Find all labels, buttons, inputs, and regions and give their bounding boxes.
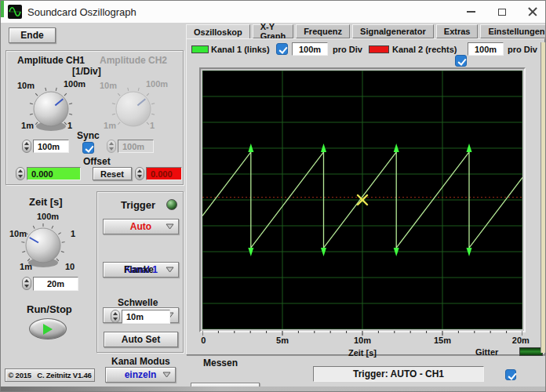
ch2-enable-checkbox[interactable] (455, 55, 467, 67)
ch2-amplitude-field[interactable]: 100m (118, 140, 154, 153)
trigger-title: Trigger (121, 199, 155, 211)
spin-up-icon (137, 169, 142, 172)
gitter-label: Gitter (475, 347, 498, 357)
spin-up-icon (109, 142, 114, 145)
tab-oszilloskop[interactable]: Oszilloskop (186, 24, 250, 39)
trigger-mode-value: Auto (130, 221, 151, 232)
spin-down-icon (24, 147, 29, 151)
knob-label-1: 1 (71, 229, 75, 238)
spin-down-icon (109, 147, 114, 151)
knob-label-10: 10 (65, 262, 75, 271)
screen-edge-artifact (1, 1, 4, 17)
threshold-field[interactable]: 10m (122, 310, 170, 324)
amplitude-ch2-title: Amplitude CH2 (100, 55, 167, 66)
ende-button[interactable]: Ende (9, 27, 56, 43)
ch1-per-div-label: pro Div (333, 45, 362, 54)
ch1-amplitude-field[interactable]: 100m (33, 140, 69, 153)
window-title: Soundcard Oszillograph (27, 6, 136, 18)
knob-label-1m: 1m (104, 121, 116, 130)
schwelle-label: Schwelle (118, 297, 158, 308)
ch2-per-div-label: pro Div (508, 45, 537, 54)
knob-label-1m: 1m (21, 121, 34, 130)
close-icon (528, 7, 537, 16)
sync-label: Sync (77, 130, 100, 141)
x-tick-0: 0 (201, 336, 206, 345)
sync-checkbox[interactable] (82, 142, 94, 154)
spin-up-icon (18, 169, 23, 172)
tab-xy-graph[interactable]: X-Y Graph (253, 24, 293, 38)
trigger-panel: Trigger Auto Kanal 1 Flanke steigend Sch… (96, 191, 184, 353)
x-tick-20m: 20m (512, 336, 530, 345)
ch1-offset-field[interactable]: 0.000 (27, 167, 81, 180)
scope-frame (199, 67, 526, 332)
ch1-offset-spinner[interactable] (16, 167, 25, 180)
time-knob[interactable]: 100m 10m 1 1m 10 (4, 206, 86, 277)
maximize-icon (498, 9, 506, 16)
time-field[interactable]: 20m (33, 277, 78, 291)
tab-einstellungen[interactable]: Einstellungen (480, 24, 546, 38)
ch1-amplitude-spinner[interactable] (22, 140, 31, 153)
spin-down-icon (24, 285, 29, 288)
run-stop-label: Run/Stop (27, 303, 72, 315)
scope-scrollbar[interactable] (541, 42, 545, 353)
ch2-legend-label: Kanal 2 (rechts) (392, 45, 457, 54)
tab-signalgenerator[interactable]: Signalgenerator (352, 24, 434, 38)
ch1-legend-label: Kanal 1 (links) (211, 45, 270, 54)
close-button[interactable] (519, 1, 546, 23)
ch2-offset-spinner[interactable] (135, 167, 144, 180)
scope-plot[interactable] (202, 71, 522, 329)
flanke-label: Flanke (124, 264, 154, 275)
knob-label-100m: 100m (64, 79, 86, 89)
maximize-button[interactable] (489, 1, 515, 23)
auto-set-button[interactable]: Auto Set (104, 332, 178, 347)
ch2-offset-field[interactable]: 0.000 (146, 167, 182, 180)
knob-label-10m: 10m (100, 81, 117, 90)
knob-label-10m: 10m (9, 229, 27, 238)
knob-label-100m: 100m (37, 212, 59, 221)
amplitude-panel: Amplitude CH1 Amplitude CH2 [1/Div] 10m … (5, 50, 184, 185)
ch2-color-swatch (369, 45, 389, 53)
ch1-enable-checkbox[interactable] (276, 43, 288, 55)
ch2-scale-field[interactable]: 100m (468, 42, 504, 56)
x-tick-15m: 15m (434, 336, 451, 345)
amplitude-ch1-knob[interactable]: 10m 100m 1m 1 (13, 73, 89, 139)
trigger-mode-dropdown[interactable]: Auto (103, 219, 179, 234)
kanal-modus-dropdown[interactable]: einzeln (105, 367, 176, 383)
minimize-button[interactable] (457, 1, 484, 23)
app-window: Soundcard Oszillograph Ende Amplitude CH… (0, 0, 546, 392)
titlebar: Soundcard Oszillograph (1, 1, 546, 23)
tab-bar: Oszilloskop X-Y Graph Frequenz Signalgen… (186, 24, 546, 39)
knob-label-100m: 100m (146, 79, 168, 89)
knob-label-1: 1 (67, 121, 72, 130)
spin-up-icon (24, 142, 29, 145)
x-tick-5m: 5m (276, 336, 289, 345)
kanal-modus-label: Kanal Modus (111, 356, 170, 367)
dropdown-arrow-icon (166, 267, 174, 273)
spin-down-icon (137, 175, 142, 178)
spin-down-icon (113, 318, 118, 321)
time-spinner[interactable] (22, 277, 31, 290)
x-axis-title: Zeit [s] (348, 348, 377, 358)
trigger-led (166, 199, 177, 210)
trigger-status-bar: Trigger: AUTO - CH1 (313, 366, 484, 382)
ch2-amplitude-spinner[interactable] (107, 140, 116, 153)
spin-up-icon (24, 279, 29, 282)
amplitude-ch1-title: Amplitude CH1 (17, 55, 85, 66)
tab-frequenz[interactable]: Frequenz (296, 24, 350, 38)
kanal-modus-value: einzeln (125, 369, 157, 380)
run-stop-button[interactable] (29, 318, 67, 339)
spin-down-icon (18, 175, 23, 178)
amplitude-ch2-knob[interactable]: 10m 100m 1m 1 (95, 73, 172, 139)
knob-label-1: 1 (150, 121, 155, 130)
offset-label: Offset (83, 156, 111, 167)
play-icon (43, 324, 53, 335)
ch1-scale-field[interactable]: 100m (292, 42, 328, 56)
offset-reset-button[interactable]: Reset (93, 167, 132, 180)
grid-color-swatch (519, 347, 543, 356)
x-tick-10m: 10m (354, 336, 371, 345)
tab-extras[interactable]: Extras (436, 24, 479, 38)
gitter-checkbox[interactable] (505, 369, 516, 380)
app-icon (8, 5, 22, 19)
spin-up-icon (113, 312, 118, 315)
threshold-spinner[interactable] (111, 310, 120, 323)
